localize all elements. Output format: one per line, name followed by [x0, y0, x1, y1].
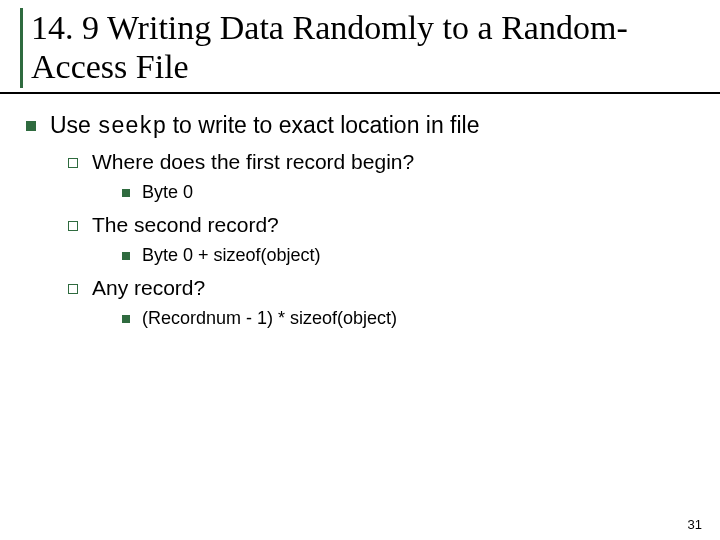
title-block: 14. 9 Writing Data Randomly to a Random-… [20, 8, 700, 88]
content: Use seekp to write to exact location in … [20, 112, 700, 329]
q2-text: The second record? [92, 213, 700, 237]
q3-text: Any record? [92, 276, 700, 300]
lvl1-post: to write to exact location in file [166, 112, 479, 138]
hollow-square-bullet-icon [68, 284, 78, 294]
title-underline [0, 92, 720, 94]
section-number: 14. 9 [31, 9, 99, 46]
lvl1-code: seekp [97, 114, 166, 140]
bullet-lvl3: Byte 0 [122, 182, 700, 203]
lvl1-pre: Use [50, 112, 97, 138]
slide-title: 14. 9 Writing Data Randomly to a Random-… [31, 8, 700, 86]
bullet-lvl2: Where does the first record begin? [68, 150, 700, 174]
bullet-lvl2: The second record? [68, 213, 700, 237]
title-text: Writing Data Randomly to a Random-Access… [31, 9, 628, 85]
page-number: 31 [688, 517, 702, 532]
square-bullet-icon [122, 189, 130, 197]
square-bullet-icon [122, 315, 130, 323]
q1-text: Where does the first record begin? [92, 150, 700, 174]
q1-answer: Byte 0 [142, 182, 700, 203]
q3-answer: (Recordnum - 1) * sizeof(object) [142, 308, 700, 329]
hollow-square-bullet-icon [68, 221, 78, 231]
bullet-lvl3: Byte 0 + sizeof(object) [122, 245, 700, 266]
q2-answer: Byte 0 + sizeof(object) [142, 245, 700, 266]
square-bullet-icon [26, 121, 36, 131]
slide: 14. 9 Writing Data Randomly to a Random-… [0, 0, 720, 540]
square-bullet-icon [122, 252, 130, 260]
bullet-lvl2: Any record? [68, 276, 700, 300]
bullet-lvl3: (Recordnum - 1) * sizeof(object) [122, 308, 700, 329]
lvl1-text: Use seekp to write to exact location in … [50, 112, 700, 140]
title-spacer [99, 9, 107, 46]
hollow-square-bullet-icon [68, 158, 78, 168]
bullet-lvl1: Use seekp to write to exact location in … [26, 112, 700, 140]
